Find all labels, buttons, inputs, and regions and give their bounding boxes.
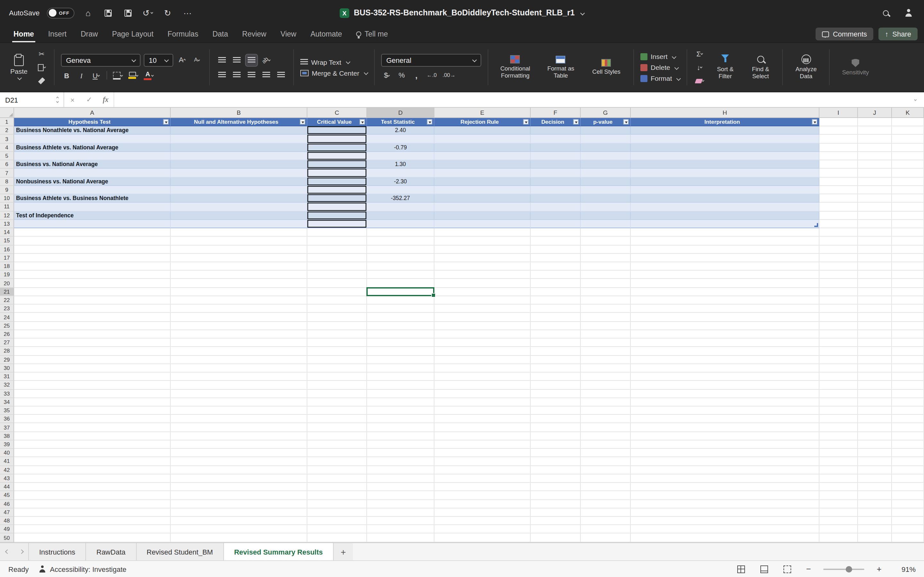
cell-K9[interactable] <box>892 186 924 194</box>
cell-I36[interactable] <box>819 415 858 423</box>
cell-G15[interactable] <box>581 237 631 245</box>
sensitivity-button[interactable]: Sensitivity <box>837 58 875 77</box>
cell-D40[interactable] <box>367 449 435 457</box>
cell-E50[interactable] <box>435 534 531 542</box>
filter-button-H1[interactable] <box>812 119 817 125</box>
cell-J10[interactable] <box>858 194 892 203</box>
cell-K31[interactable] <box>892 372 924 381</box>
bold-button[interactable]: B <box>61 69 73 81</box>
row-header-10[interactable]: 10 <box>0 194 14 203</box>
cell-K48[interactable] <box>892 517 924 525</box>
cell-H50[interactable] <box>631 534 819 542</box>
row-header-2[interactable]: 2 <box>0 126 14 135</box>
cell-G46[interactable] <box>581 500 631 508</box>
row-header-29[interactable]: 29 <box>0 356 14 364</box>
cell-A42[interactable] <box>14 466 171 474</box>
sheet-nav-left-button[interactable] <box>0 543 14 560</box>
cell-F1[interactable]: Decision <box>531 118 581 126</box>
cell-K41[interactable] <box>892 458 924 466</box>
cell-H17[interactable] <box>631 254 819 262</box>
cell-I33[interactable] <box>819 390 858 398</box>
cell-C14[interactable] <box>307 228 367 237</box>
cell-I42[interactable] <box>819 466 858 474</box>
cell-G13[interactable] <box>581 220 631 228</box>
cell-H44[interactable] <box>631 483 819 491</box>
cell-C23[interactable] <box>307 305 367 313</box>
row-header-37[interactable]: 37 <box>0 424 14 432</box>
cell-H14[interactable] <box>631 228 819 237</box>
account-button[interactable] <box>902 6 915 20</box>
cell-E38[interactable] <box>435 432 531 440</box>
cell-B45[interactable] <box>171 492 307 500</box>
cell-C21[interactable] <box>307 287 367 296</box>
cell-F24[interactable] <box>531 313 581 322</box>
cell-J22[interactable] <box>858 296 892 305</box>
zoom-slider-knob[interactable] <box>845 566 852 572</box>
increase-decimal-button[interactable]: ←.0 <box>425 69 438 81</box>
cell-J43[interactable] <box>858 474 892 483</box>
cell-H8[interactable] <box>631 177 819 185</box>
row-header-26[interactable]: 26 <box>0 330 14 338</box>
cell-I8[interactable] <box>819 177 858 185</box>
cell-F12[interactable] <box>531 211 581 219</box>
cell-B31[interactable] <box>171 372 307 381</box>
cell-E17[interactable] <box>435 254 531 262</box>
cell-A21[interactable] <box>14 287 171 296</box>
row-header-11[interactable]: 11 <box>0 203 14 211</box>
row-header-32[interactable]: 32 <box>0 381 14 390</box>
cell-E13[interactable] <box>435 220 531 228</box>
cell-B35[interactable] <box>171 406 307 415</box>
decrease-font-size-button[interactable]: A <box>191 54 203 66</box>
cell-I41[interactable] <box>819 458 858 466</box>
cell-I2[interactable] <box>819 126 858 135</box>
cell-K4[interactable] <box>892 143 924 152</box>
cell-B29[interactable] <box>171 356 307 364</box>
cell-D7[interactable] <box>367 169 435 177</box>
cell-D39[interactable] <box>367 440 435 449</box>
cell-B42[interactable] <box>171 466 307 474</box>
cell-E12[interactable] <box>435 211 531 219</box>
cell-J19[interactable] <box>858 271 892 279</box>
cell-F23[interactable] <box>531 305 581 313</box>
cell-F42[interactable] <box>531 466 581 474</box>
align-middle-button[interactable] <box>231 54 242 66</box>
cell-C47[interactable] <box>307 508 367 517</box>
cell-F38[interactable] <box>531 432 581 440</box>
cell-E19[interactable] <box>435 271 531 279</box>
cell-I28[interactable] <box>819 347 858 356</box>
paste-button[interactable]: Paste <box>6 54 31 81</box>
cell-J24[interactable] <box>858 313 892 322</box>
cell-D48[interactable] <box>367 517 435 525</box>
cell-B39[interactable] <box>171 440 307 449</box>
cell-K24[interactable] <box>892 313 924 322</box>
cell-K50[interactable] <box>892 534 924 542</box>
cell-F49[interactable] <box>531 525 581 534</box>
cell-H37[interactable] <box>631 424 819 432</box>
cell-C39[interactable] <box>307 440 367 449</box>
row-header-43[interactable]: 43 <box>0 474 14 483</box>
cell-I34[interactable] <box>819 398 858 406</box>
cell-F33[interactable] <box>531 390 581 398</box>
cell-B18[interactable] <box>171 262 307 271</box>
cell-B38[interactable] <box>171 432 307 440</box>
align-bottom-button[interactable] <box>246 54 257 66</box>
cell-A49[interactable] <box>14 525 171 534</box>
ribbon-tab-view[interactable]: View <box>273 26 303 42</box>
align-left-button[interactable] <box>216 69 228 81</box>
row-header-31[interactable]: 31 <box>0 372 14 381</box>
cell-A39[interactable] <box>14 440 171 449</box>
cell-C41[interactable] <box>307 458 367 466</box>
cell-G7[interactable] <box>581 169 631 177</box>
cell-I43[interactable] <box>819 474 858 483</box>
cell-D50[interactable] <box>367 534 435 542</box>
cell-D36[interactable] <box>367 415 435 423</box>
cell-K10[interactable] <box>892 194 924 203</box>
cell-J12[interactable] <box>858 211 892 219</box>
cell-K22[interactable] <box>892 296 924 305</box>
cell-D15[interactable] <box>367 237 435 245</box>
cell-G26[interactable] <box>581 330 631 338</box>
cell-C36[interactable] <box>307 415 367 423</box>
ribbon-tab-tell-me[interactable]: Tell me <box>349 26 395 42</box>
cell-G41[interactable] <box>581 458 631 466</box>
format-cells-button[interactable]: Format <box>640 74 680 82</box>
